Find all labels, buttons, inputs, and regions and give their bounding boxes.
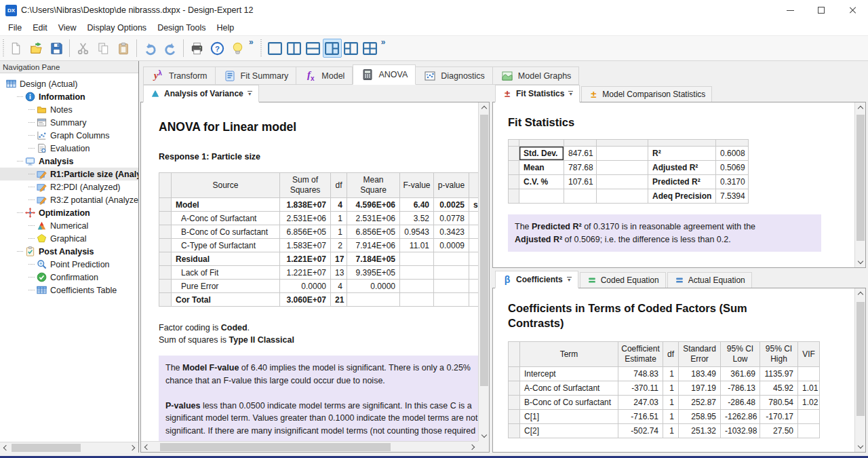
cell[interactable]: 6.856E+05 xyxy=(347,225,400,239)
nav-item-point-prediction[interactable]: Point Prediction xyxy=(0,258,138,271)
cell[interactable]: 4.596E+06 xyxy=(347,198,400,212)
cell[interactable] xyxy=(400,252,434,266)
cell[interactable]: 1 xyxy=(331,212,347,225)
cell[interactable]: 361.69 xyxy=(721,367,760,381)
cell[interactable] xyxy=(400,280,434,293)
tab-anova[interactable]: ANOVA xyxy=(353,64,416,85)
cell[interactable]: 0.3423 xyxy=(434,225,469,239)
toolbar-overflow-icon[interactable]: » xyxy=(249,37,254,47)
scroll-right-button[interactable] xyxy=(127,442,138,453)
print-button[interactable] xyxy=(186,38,207,58)
anova-horizontal-scrollbar[interactable] xyxy=(141,441,478,452)
cell[interactable]: C[1] xyxy=(520,410,618,424)
cell[interactable]: 9.395E+05 xyxy=(347,266,400,280)
cell[interactable]: 0.3170 xyxy=(716,175,749,189)
scroll-left-button[interactable] xyxy=(141,442,152,453)
cell[interactable]: A-Conc of Surfactant xyxy=(172,212,280,225)
nav-item-design-actual[interactable]: Design (Actual) xyxy=(0,77,138,90)
cell[interactable]: 1.02 xyxy=(798,396,820,410)
cell[interactable]: Adjusted R² xyxy=(648,161,716,175)
cell[interactable]: 13 xyxy=(331,266,347,280)
scroll-right-button[interactable] xyxy=(467,442,478,453)
scroll-up-button[interactable] xyxy=(479,102,490,113)
cell[interactable]: 0.5069 xyxy=(716,161,749,175)
cell[interactable] xyxy=(597,189,648,204)
redo-button[interactable] xyxy=(160,38,180,58)
cell[interactable] xyxy=(469,212,479,225)
nav-item-optimization[interactable]: Optimization xyxy=(0,206,138,219)
cell[interactable]: 2 xyxy=(331,239,347,252)
cell[interactable]: 7.184E+05 xyxy=(347,252,400,266)
nav-item-r3-z-potantial-analyzed[interactable]: R3:Z potantial (Analyzed) xyxy=(0,193,138,206)
cell[interactable]: 1 xyxy=(663,396,679,410)
tab-model-graphs[interactable]: Model Graphs xyxy=(493,66,580,85)
subtab-dropdown-icon[interactable]: ▼ xyxy=(568,91,573,96)
scroll-down-button[interactable] xyxy=(479,430,490,441)
cell[interactable]: 4 xyxy=(331,280,347,293)
cell[interactable]: 2.531E+06 xyxy=(280,212,331,225)
cell[interactable]: 0.0000 xyxy=(347,280,400,293)
cell[interactable]: C-Type of Surfactant xyxy=(172,239,280,252)
scrollbar-thumb[interactable] xyxy=(856,115,865,241)
cell[interactable]: 7.914E+06 xyxy=(347,239,400,252)
cell[interactable]: A-Conc of Surfactant xyxy=(520,381,618,396)
cell[interactable]: -502.74 xyxy=(618,424,663,438)
cell[interactable]: Std. Dev. xyxy=(519,147,564,161)
cell[interactable]: 0.0009 xyxy=(434,239,469,252)
cell[interactable]: 1 xyxy=(331,225,347,239)
cell[interactable]: 1.838E+07 xyxy=(280,198,331,212)
tab-model[interactable]: fxModel xyxy=(296,66,353,85)
cell[interactable]: 21 xyxy=(331,293,347,307)
nav-item-graphical[interactable]: Graphical xyxy=(0,232,138,245)
nav-item-confirmation[interactable]: Confirmation xyxy=(0,271,138,284)
cell[interactable]: 107.61 xyxy=(564,175,597,189)
menu-design-tools[interactable]: Design Tools xyxy=(152,22,211,34)
cell[interactable]: Residual xyxy=(172,252,280,266)
cell[interactable]: 7.5394 xyxy=(716,189,749,204)
cell[interactable]: 251.32 xyxy=(679,424,721,438)
cell[interactable]: Intercept xyxy=(520,367,618,381)
cell[interactable] xyxy=(564,189,597,204)
menu-help[interactable]: Help xyxy=(211,22,239,34)
cell[interactable]: 2.531E+06 xyxy=(347,212,400,225)
layout-single-button[interactable] xyxy=(266,39,285,58)
scrollbar-thumb[interactable] xyxy=(856,302,865,416)
copy-button[interactable] xyxy=(93,38,113,58)
maximize-button[interactable] xyxy=(806,0,837,20)
cell[interactable]: 1 xyxy=(663,424,679,438)
cell[interactable]: -1262.86 xyxy=(721,410,760,424)
nav-item-information[interactable]: Information xyxy=(0,90,138,103)
cell[interactable]: Adeq Precision xyxy=(648,189,716,204)
cell[interactable]: -170.17 xyxy=(760,410,798,424)
cell[interactable]: B-Conc of Co surfactant xyxy=(520,396,618,410)
close-button[interactable] xyxy=(837,0,868,20)
cell[interactable] xyxy=(597,147,648,161)
cell[interactable]: 748.83 xyxy=(618,367,663,381)
subtab-dropdown-icon[interactable]: ▼ xyxy=(567,277,572,282)
cell[interactable]: Mean xyxy=(519,161,564,175)
cell[interactable]: 1.01 xyxy=(798,381,820,396)
cell[interactable]: C.V. % xyxy=(519,175,564,189)
undo-button[interactable] xyxy=(140,38,160,58)
scroll-down-button[interactable] xyxy=(855,256,866,267)
cell[interactable]: 1 xyxy=(663,381,679,396)
row-handle[interactable] xyxy=(509,161,519,175)
row-handle[interactable] xyxy=(509,147,519,161)
cell[interactable] xyxy=(798,424,820,438)
subtab-dropdown-icon[interactable]: ▼ xyxy=(248,91,252,96)
cell[interactable]: 252.87 xyxy=(679,396,721,410)
cell[interactable]: 17 xyxy=(331,252,347,266)
nav-item-r1-particle-size-analyzed[interactable]: R1:Particle size (Analyzed) xyxy=(0,168,138,180)
nav-item-notes[interactable]: Notes xyxy=(0,103,138,116)
cell[interactable] xyxy=(798,367,820,381)
tab-transform[interactable]: yλTransform xyxy=(143,66,216,85)
cut-button[interactable] xyxy=(73,38,93,58)
cell[interactable]: C[2] xyxy=(520,424,618,438)
row-handle[interactable] xyxy=(509,175,519,189)
coeff-vertical-scrollbar[interactable] xyxy=(854,288,865,452)
row-handle[interactable] xyxy=(159,239,172,252)
cell[interactable] xyxy=(400,293,434,307)
layout-left-split-main-right-button[interactable] xyxy=(342,39,361,58)
nav-item-coefficients-table[interactable]: Coefficients Table xyxy=(0,284,138,297)
subtab-coefficients[interactable]: βCoefficients▼ xyxy=(495,271,578,288)
